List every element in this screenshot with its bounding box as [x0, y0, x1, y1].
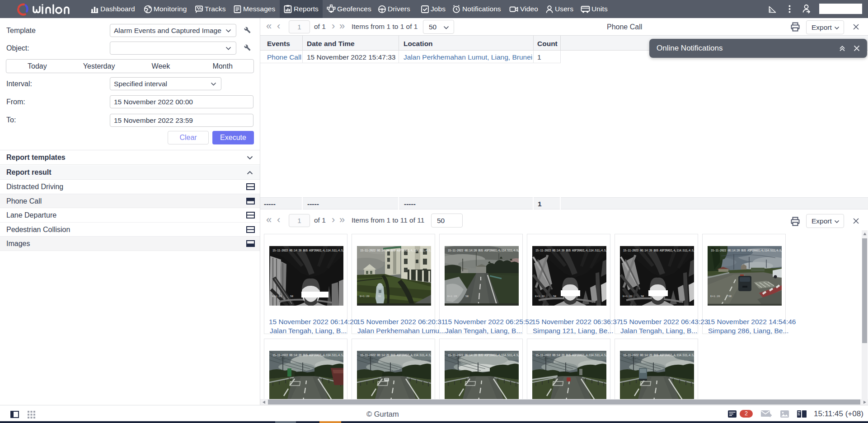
svg-text:SB: SB [641, 295, 644, 298]
svg-text:SB: SB [290, 295, 294, 298]
svg-text:SB: SB [553, 295, 557, 298]
svg-text:15-11-2022 06:14:20 BUS ASPIRA: 15-11-2022 06:14:20 BUS ASPIRASI,4,114.5… [535, 249, 606, 252]
svg-text:SB: SB [465, 295, 469, 298]
svg-text:E=1:20: E=1:20 [535, 295, 545, 298]
svg-text:15-11-2022 06:14:20 BUS ASPIRA: 15-11-2022 06:14:20 BUS ASPIRASI,4,114.5… [711, 249, 782, 252]
svg-text:E=1:20: E=1:20 [447, 295, 457, 298]
svg-text:SB: SB [378, 295, 381, 298]
svg-text:15-11-2022 06:14:20 BUS ASPIRA: 15-11-2022 06:14:20 BUS ASPIRASI,4,114.5… [360, 354, 431, 357]
svg-text:15-11-2022 06:14:20 BUS ASPIRA: 15-11-2022 06:14:20 BUS ASPIRASI,4,114.5… [623, 249, 694, 252]
svg-text:15-11-2022 06:14:20 BUS ASPIRA: 15-11-2022 06:14:20 BUS ASPIRASI,4,114.5… [360, 249, 431, 252]
svg-text:E=1:20: E=1:20 [710, 295, 720, 298]
svg-text:15-11-2022 06:14:20 BUS ASPIRA: 15-11-2022 06:14:20 BUS ASPIRASI,4,114.5… [448, 249, 519, 252]
svg-text:15-11-2022 06:14:20 BUS ASPIRA: 15-11-2022 06:14:20 BUS ASPIRASI,4,114.5… [448, 354, 519, 357]
svg-text:15-11-2022 06:14:20 BUS ASPIRA: 15-11-2022 06:14:20 BUS ASPIRASI,4,114.5… [272, 354, 343, 357]
svg-text:E=1:20: E=1:20 [623, 295, 633, 298]
svg-text:15-11-2022 06:14:20 BUS ASPIRA: 15-11-2022 06:14:20 BUS ASPIRASI,4,114.5… [272, 249, 343, 252]
svg-text:SB: SB [728, 295, 732, 298]
svg-text:E=1:20: E=1:20 [272, 295, 282, 298]
svg-text:E=1:20: E=1:20 [360, 295, 370, 298]
svg-text:15-11-2022 06:14:20 BUS ASPIRA: 15-11-2022 06:14:20 BUS ASPIRASI,4,114.5… [623, 354, 694, 357]
svg-text:15-11-2022 06:14:20 BUS ASPIRA: 15-11-2022 06:14:20 BUS ASPIRASI,4,114.5… [535, 354, 606, 357]
